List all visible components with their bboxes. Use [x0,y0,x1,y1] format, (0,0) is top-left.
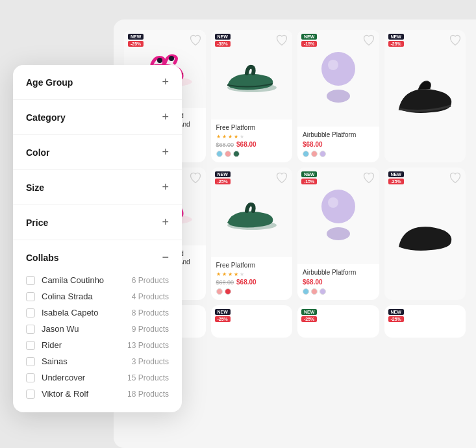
filter-header[interactable]: Age Group + [26,75,169,89]
filter-title: Color [26,147,50,158]
expand-icon: + [162,216,169,229]
badge-new: NEW [301,34,317,40]
collab-name: Jason Wu [42,324,125,334]
collab-item[interactable]: Camila Coutinho 6 Products [26,272,169,288]
color-dot[interactable] [311,288,318,295]
wishlist-icon[interactable] [362,34,375,47]
color-dot[interactable] [319,151,326,157]
product-card[interactable]: NEW -25% Free Platform ★ ★ ★ ★ ★ $68.00 … [211,168,293,300]
collab-item[interactable]: Undercover 15 Products [26,369,169,386]
rating-stars: ★ ★ ★ ★ ★ [216,271,288,277]
filter-category[interactable]: Category + [13,100,182,135]
badge-new: NEW [388,171,404,177]
collab-item[interactable]: Viktor & Rolf 18 Products [26,386,169,402]
collab-checkbox[interactable] [26,390,35,399]
price-row: $68.00 $68.00 [216,141,288,148]
badge-sale: -25% [388,41,404,47]
color-dot[interactable] [225,151,231,157]
wishlist-icon[interactable] [362,171,375,184]
color-dot[interactable] [319,288,326,295]
filter-header[interactable]: Price + [26,216,169,229]
collab-checkbox[interactable] [26,292,35,301]
collab-checkbox[interactable] [26,308,35,317]
product-card[interactable]: NEW -35% Free Platform ★ ★ ★ ★ ★ $68.00 … [211,30,293,162]
badge-sale: -35% [215,41,231,47]
price-original: $68.00 [216,279,234,286]
badge-sale: -25% [388,316,404,322]
collab-checkbox[interactable] [26,357,35,366]
wishlist-icon[interactable] [449,34,462,47]
badge-sale: -15% [301,179,317,184]
badge-new: NEW [301,171,317,177]
collab-name: Rider [42,340,121,350]
badge-sale: -25% [388,179,404,184]
collab-count: 13 Products [127,341,169,350]
expand-icon: + [162,75,169,89]
wishlist-icon[interactable] [189,34,202,47]
badge-sale: -25% [301,316,317,322]
product-card[interactable]: NEW -25% [297,305,379,338]
product-card[interactable]: NEW -25% [384,168,466,300]
wishlist-icon[interactable] [449,171,462,184]
filter-header[interactable]: Collabs − [26,251,169,264]
collab-count: 4 Products [132,292,169,301]
badge-sale: -15% [301,41,317,47]
svg-point-12 [328,197,338,208]
color-options [303,288,374,295]
filter-color[interactable]: Color + [13,135,182,170]
svg-point-1 [157,58,162,63]
price-row: $68.00 $68.00 [216,279,288,286]
badge-new: NEW [301,309,317,315]
svg-point-4 [321,52,355,86]
price-row: $68.00 [303,141,374,148]
price-original: $68.00 [216,142,234,148]
collab-checkbox[interactable] [26,276,35,285]
collapse-icon: − [162,251,169,264]
svg-point-5 [328,60,338,70]
collab-item[interactable]: Isabela Capeto 8 Products [26,305,169,321]
collab-name: Isabela Capeto [42,308,125,317]
collab-checkbox[interactable] [26,373,35,382]
filter-size[interactable]: Size + [13,170,182,205]
filter-header[interactable]: Category + [26,110,169,124]
product-card[interactable]: NEW -15% Airbubble Platform $68.00 [297,30,379,162]
filter-age-group[interactable]: Age Group + [13,65,182,100]
collab-item[interactable]: Jason Wu 9 Products [26,321,169,337]
rating-stars: ★ ★ ★ ★ ★ [216,134,288,139]
filter-title: Collabs [26,253,59,263]
color-dot[interactable] [225,288,231,295]
product-info: Airbubble Platform $68.00 [297,127,379,162]
product-info: Free Platform ★ ★ ★ ★ ★ $68.00 $68.00 [211,119,293,162]
wishlist-icon[interactable] [275,34,288,47]
wishlist-icon[interactable] [189,171,202,184]
product-card[interactable]: NEW -25% [211,305,293,338]
color-dot[interactable] [311,151,318,157]
price-sale: $68.00 [303,141,323,148]
filter-header[interactable]: Size + [26,180,169,194]
wishlist-icon[interactable] [275,171,288,184]
product-info: Free Platform ★ ★ ★ ★ ★ $68.00 $68.00 [211,257,293,300]
color-dot[interactable] [216,288,223,295]
filter-collabs: Collabs − Camila Coutinho 6 Products Col… [13,240,182,412]
color-dot[interactable] [303,151,309,157]
badge-new: NEW [388,309,404,315]
badge-new: NEW [388,34,404,40]
color-dot[interactable] [233,151,240,157]
product-card[interactable]: NEW -25% [384,305,466,338]
filter-header[interactable]: Color + [26,145,169,159]
color-dot[interactable] [216,151,223,157]
collab-item[interactable]: Colina Strada 4 Products [26,288,169,305]
collab-name: Camila Coutinho [42,275,125,285]
product-card[interactable]: NEW -15% Airbubble Platform $68.00 [297,168,379,300]
collab-checkbox[interactable] [26,325,35,334]
collab-count: 6 Products [132,276,169,285]
collab-name: Viktor & Rolf [42,389,121,399]
collab-item[interactable]: Sainas 3 Products [26,353,169,369]
color-dot[interactable] [303,288,309,295]
svg-point-6 [327,90,350,103]
filter-price[interactable]: Price + [13,205,182,240]
product-card[interactable]: NEW -25% [384,30,466,162]
collab-item[interactable]: Rider 13 Products [26,337,169,353]
svg-point-13 [327,227,350,240]
collab-checkbox[interactable] [26,341,35,350]
